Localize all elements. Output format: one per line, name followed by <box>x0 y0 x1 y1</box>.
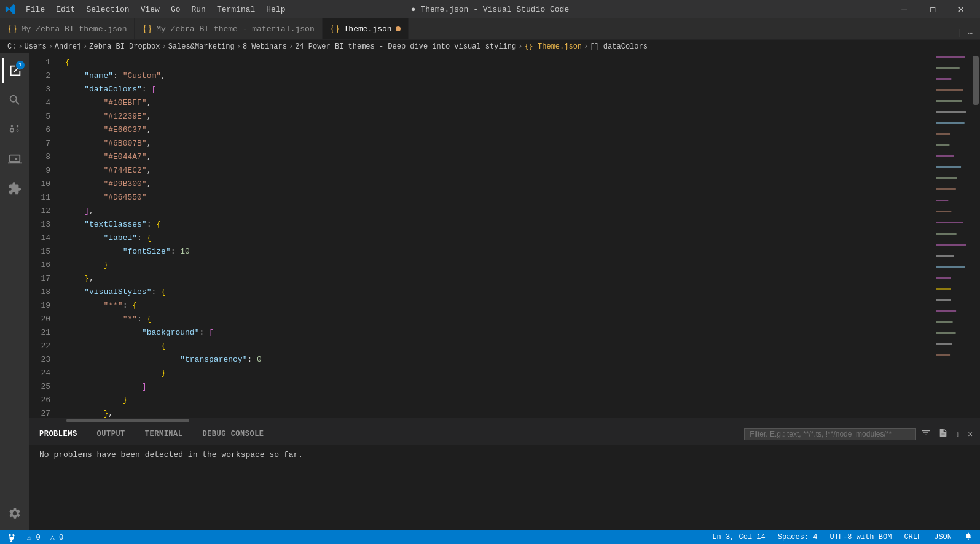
code-line-17: }, <box>60 272 935 286</box>
line-ending[interactable]: CRLF <box>901 533 924 542</box>
code-line-8: "#E044A7", <box>60 150 935 164</box>
tab-label-3: Theme.json <box>344 25 392 34</box>
title-bar-left: File Edit Selection View Go Run Terminal… <box>5 4 291 15</box>
code-line-4: "#10EBFF", <box>60 96 935 110</box>
tabs-actions: ⎹ ⋯ <box>946 27 980 39</box>
errors-count[interactable]: ⚠ 0 <box>25 533 43 542</box>
status-right: Ln 3, Col 14 Spaces: 4 UTF-8 with BOM CR… <box>710 532 975 543</box>
panel-tab-output[interactable]: OUTPUT <box>87 424 135 445</box>
warnings-count[interactable]: △ 0 <box>48 533 66 542</box>
code-line-7: "#6B007B", <box>60 137 935 150</box>
breadcrumb-zebra-bi[interactable]: Zebra BI Dropbox <box>89 42 160 51</box>
code-line-24: } <box>60 367 935 380</box>
breadcrumb-c[interactable]: C: <box>7 42 16 51</box>
breadcrumb-users[interactable]: Users <box>25 42 47 51</box>
menu-terminal[interactable]: Terminal <box>212 4 260 15</box>
notifications-bell[interactable] <box>962 532 975 543</box>
encoding[interactable]: UTF-8 with BOM <box>828 533 895 542</box>
source-control-icon[interactable] <box>2 117 27 142</box>
menu-file[interactable]: File <box>21 4 50 15</box>
code-line-16: } <box>60 258 935 272</box>
horizontal-scrollbar[interactable] <box>29 418 980 423</box>
code-line-18: "visualStyles": { <box>60 286 935 299</box>
activity-bar: 1 <box>0 53 29 530</box>
maximize-button[interactable]: ◻ <box>919 0 947 18</box>
vertical-scrollbar[interactable] <box>971 53 980 418</box>
title-bar: File Edit Selection View Go Run Terminal… <box>0 0 980 18</box>
no-problems-text: No problems have been detected in the wo… <box>39 450 303 459</box>
search-icon[interactable] <box>2 88 27 112</box>
tab-label-2: My Zebra BI theme - material.json <box>156 25 314 34</box>
minimap <box>935 53 971 418</box>
git-branch[interactable] <box>5 533 20 542</box>
panel-content: No problems have been detected in the wo… <box>29 445 980 530</box>
file-icon-3: {} <box>330 24 340 34</box>
code-line-2: "name": "Custom", <box>60 69 935 83</box>
code-line-9: "#744EC2", <box>60 164 935 177</box>
scrollbar-thumb[interactable] <box>66 419 189 422</box>
code-line-26: } <box>60 394 935 407</box>
indentation[interactable]: Spaces: 4 <box>775 533 820 542</box>
file-icon-2: {} <box>142 24 152 34</box>
code-line-14: "label": { <box>60 231 935 245</box>
split-editor-button[interactable]: ⎹ <box>951 28 963 39</box>
extensions-icon[interactable] <box>2 176 27 201</box>
breadcrumb-webinars[interactable]: 8 Webinars <box>243 42 287 51</box>
run-debug-icon[interactable] <box>2 147 27 171</box>
code-editor[interactable]: 12345 678910 1112131415 1617181920 21222… <box>29 53 980 418</box>
code-line-12: ], <box>60 204 935 218</box>
settings-icon[interactable] <box>2 501 27 526</box>
code-line-1: { <box>60 56 935 69</box>
modified-indicator <box>396 26 401 31</box>
code-line-22: { <box>60 340 935 353</box>
menu-selection[interactable]: Selection <box>81 4 134 15</box>
menu-bar: File Edit Selection View Go Run Terminal… <box>21 4 291 15</box>
code-line-27: }, <box>60 407 935 418</box>
cursor-position[interactable]: Ln 3, Col 14 <box>710 533 767 542</box>
tabs-bar: {} My Zebra BI theme.json {} My Zebra BI… <box>0 18 980 40</box>
panel-tab-terminal[interactable]: TERMINAL <box>135 424 193 445</box>
menu-run[interactable]: Run <box>186 4 210 15</box>
menu-go[interactable]: Go <box>166 4 186 15</box>
panel-tab-problems[interactable]: PROBLEMS <box>29 424 87 445</box>
menu-edit[interactable]: Edit <box>51 4 80 15</box>
code-line-3: "dataColors": [ <box>60 83 935 96</box>
window-controls: — ◻ ✕ <box>890 0 975 18</box>
collapse-panel-button[interactable]: ⇧ <box>953 428 963 440</box>
file-icon-1: {} <box>7 24 18 34</box>
panel-tab-debug[interactable]: DEBUG CONSOLE <box>192 424 273 445</box>
panel: PROBLEMS OUTPUT TERMINAL DEBUG CONSOLE <box>29 423 980 530</box>
code-line-23: "transparency": 0 <box>60 353 935 367</box>
breadcrumb-datacolors[interactable]: [] dataColors <box>590 42 648 51</box>
code-line-10: "#D9B300", <box>60 177 935 191</box>
tab-2[interactable]: {} My Zebra BI theme - material.json <box>135 18 322 39</box>
breadcrumb-themes[interactable]: 24 Power BI themes - Deep dive into visu… <box>295 42 516 51</box>
language-mode[interactable]: JSON <box>931 533 954 542</box>
filter-icon[interactable] <box>919 427 933 441</box>
tab-1[interactable]: {} My Zebra BI theme.json <box>0 18 135 39</box>
line-numbers: 12345 678910 1112131415 1617181920 21222… <box>29 53 60 418</box>
vscode-logo <box>5 4 16 15</box>
code-line-19: "**": { <box>60 299 935 313</box>
breadcrumb: C: › Users › Andrej › Zebra BI Dropbox ›… <box>0 40 980 53</box>
window-title: ● Theme.json - Visual Studio Code <box>411 5 569 14</box>
breadcrumb-andrej[interactable]: Andrej <box>55 42 81 51</box>
more-actions-button[interactable]: ⋯ <box>965 27 975 39</box>
breadcrumb-themejson[interactable]: ❴❵ Theme.json <box>524 42 582 51</box>
tab-label-1: My Zebra BI theme.json <box>22 25 127 34</box>
breadcrumb-sales[interactable]: Sales&Marketing <box>168 42 235 51</box>
code-content[interactable]: { "name": "Custom", "dataColors": [ "#10… <box>60 53 935 418</box>
tab-3[interactable]: {} Theme.json <box>323 18 409 39</box>
close-panel-button[interactable]: ✕ <box>965 428 975 440</box>
use-files-as-filter-icon[interactable] <box>936 427 951 441</box>
explorer-icon[interactable]: 1 <box>2 58 27 83</box>
close-button[interactable]: ✕ <box>947 0 975 18</box>
panel-filter-input[interactable] <box>744 428 916 440</box>
menu-view[interactable]: View <box>136 4 165 15</box>
code-line-11: "#D64550" <box>60 191 935 204</box>
code-line-5: "#12239E", <box>60 110 935 123</box>
menu-help[interactable]: Help <box>261 4 290 15</box>
code-line-25: ] <box>60 380 935 394</box>
minimize-button[interactable]: — <box>890 0 919 18</box>
code-line-20: "*": { <box>60 313 935 326</box>
